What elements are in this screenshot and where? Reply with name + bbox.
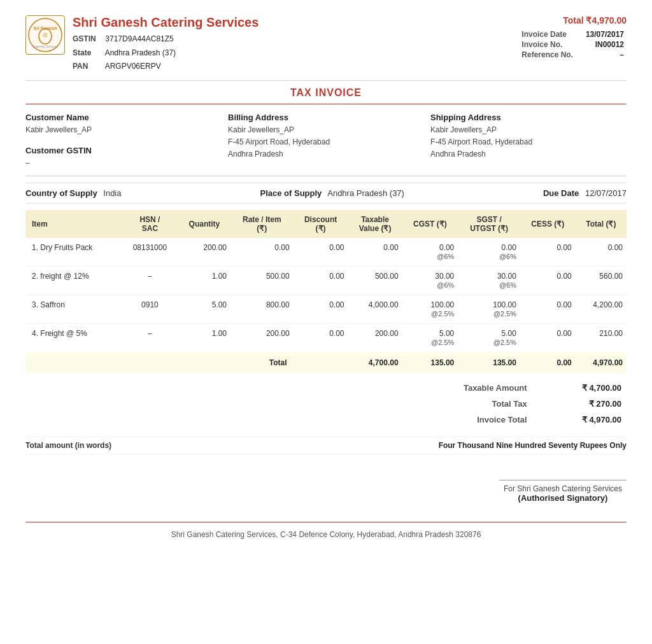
invoice-total-label: Invoice Total xyxy=(423,412,532,428)
customer-section: Customer Name Kabir Jewellers_AP Custome… xyxy=(25,113,627,169)
invoice-details-table: Invoice Date 13/07/2017 Invoice No. IN00… xyxy=(519,29,627,60)
item-qty: 1.00 xyxy=(178,267,230,295)
item-discount: 0.00 xyxy=(294,238,348,267)
item-taxable: 4,000.00 xyxy=(348,295,402,324)
col-sgst: SGST /UTGST (₹) xyxy=(458,210,520,238)
item-cgst: 30.00@6% xyxy=(402,267,458,295)
total-cess: 0.00 xyxy=(520,352,576,374)
country-of-supply: Country of Supply India xyxy=(25,188,122,198)
customer-name-label: Customer Name xyxy=(25,113,222,122)
invoice-date-label: Invoice Date xyxy=(519,29,576,39)
item-cess: 0.00 xyxy=(520,238,576,267)
item-sgst: 100.00@2.5% xyxy=(458,295,520,324)
item-qty: 1.00 xyxy=(178,324,230,353)
shipping-name: Kabir Jewellers_AP xyxy=(430,124,627,136)
item-discount: 0.00 xyxy=(294,295,348,324)
invoice-ref-value: – xyxy=(576,50,627,60)
svg-point-3 xyxy=(43,32,48,38)
words-label: Total amount (in words) xyxy=(25,441,111,450)
item-qty: 200.00 xyxy=(178,238,230,267)
item-total: 560.00 xyxy=(576,267,627,295)
svg-text:Catering Services: Catering Services xyxy=(32,45,58,48)
item-cess: 0.00 xyxy=(520,295,576,324)
total-taxable: 4,700.00 xyxy=(348,352,402,374)
due-date: Due Date 12/07/2017 xyxy=(543,188,627,198)
company-name: Shri Ganesh Catering Services xyxy=(73,15,259,30)
item-hsn: – xyxy=(122,324,178,353)
invoice-meta: Total ₹4,970.00 Invoice Date 13/07/2017 … xyxy=(519,15,627,60)
item-num-name: 1. Dry Fruits Pack xyxy=(25,238,122,267)
col-discount: Discount(₹) xyxy=(294,210,348,238)
item-num-name: 4. Freight @ 5% xyxy=(25,324,122,353)
item-num-name: 2. freight @ 12% xyxy=(25,267,122,295)
col-taxable: TaxableValue (₹) xyxy=(348,210,402,238)
total-tax-label: Total Tax xyxy=(423,396,532,412)
invoice-no-label: Invoice No. xyxy=(519,39,576,50)
sig-company: For Shri Ganesh Catering Services xyxy=(499,484,627,493)
pan-label: PAN xyxy=(73,60,103,74)
table-row: 2. freight @ 12% – 1.00 500.00 0.00 500.… xyxy=(25,267,627,295)
billing-label: Billing Address xyxy=(228,113,424,122)
invoice-no-value: IN00012 xyxy=(576,39,627,50)
state-value: Andhra Pradesh (37) xyxy=(105,48,176,57)
sig-title: (Authorised Signatory) xyxy=(499,493,627,503)
billing-line2: Andhra Pradesh xyxy=(228,148,424,160)
header: Sri Ganesh Catering Services Shri Ganesh… xyxy=(25,15,627,74)
gstin-label: GSTIN xyxy=(73,32,103,46)
item-discount: 0.00 xyxy=(294,267,348,295)
item-rate: 0.00 xyxy=(230,238,294,267)
table-row: 3. Saffron 0910 5.00 800.00 0.00 4,000.0… xyxy=(25,295,627,324)
summary-section: Taxable Amount ₹ 4,700.00 Total Tax ₹ 27… xyxy=(25,380,627,428)
item-rate: 200.00 xyxy=(230,324,294,353)
item-total: 4,200.00 xyxy=(576,295,627,324)
shipping-col: Shipping Address Kabir Jewellers_AP F-45… xyxy=(430,113,627,169)
table-row: 4. Freight @ 5% – 1.00 200.00 0.00 200.0… xyxy=(25,324,627,353)
customer-name-value: Kabir Jewellers_AP xyxy=(25,124,222,136)
invoice-title: TAX INVOICE xyxy=(25,87,627,99)
footer: Shri Ganesh Catering Services, C-34 Defe… xyxy=(25,522,627,543)
customer-col: Customer Name Kabir Jewellers_AP Custome… xyxy=(25,113,222,169)
place-value: Andhra Pradesh (37) xyxy=(327,188,404,198)
col-item: Item xyxy=(25,210,122,238)
logo-icon: Sri Ganesh Catering Services xyxy=(27,17,63,53)
billing-line1: F-45 Airport Road, Hyderabad xyxy=(228,136,424,148)
due-value: 12/07/2017 xyxy=(585,188,627,198)
item-rate: 500.00 xyxy=(230,267,294,295)
words-row: Total amount (in words) Four Thousand Ni… xyxy=(25,437,627,454)
country-label: Country of Supply xyxy=(25,188,97,198)
header-divider xyxy=(25,80,627,81)
total-amount: 4,970.00 xyxy=(576,352,627,374)
item-cess: 0.00 xyxy=(520,324,576,353)
invoice-date-value: 13/07/2017 xyxy=(576,29,627,39)
total-cgst: 135.00 xyxy=(402,352,458,374)
col-qty: Quantity xyxy=(178,210,230,238)
item-discount: 0.00 xyxy=(294,324,348,353)
taxable-amount-label: Taxable Amount xyxy=(423,380,532,396)
item-taxable: 0.00 xyxy=(348,238,402,267)
shipping-label: Shipping Address xyxy=(430,113,627,122)
shipping-line1: F-45 Airport Road, Hyderabad xyxy=(430,136,627,148)
company-info: Shri Ganesh Catering Services GSTIN 3717… xyxy=(73,15,259,74)
item-qty: 5.00 xyxy=(178,295,230,324)
taxable-amount-value: ₹ 4,700.00 xyxy=(532,380,627,396)
customer-divider xyxy=(25,176,627,176)
invoice-ref-label: Reference No. xyxy=(519,50,576,60)
supply-row: Country of Supply India Place of Supply … xyxy=(25,183,627,204)
item-total: 210.00 xyxy=(576,324,627,353)
col-total: Total (₹) xyxy=(576,210,627,238)
items-table: Item HSN /SAC Quantity Rate / Item(₹) Di… xyxy=(25,210,627,374)
totals-row: Total 4,700.00 135.00 135.00 0.00 4,970.… xyxy=(25,352,627,374)
col-cgst: CGST (₹) xyxy=(402,210,458,238)
signature-box: For Shri Ganesh Catering Services (Autho… xyxy=(499,480,627,503)
pan-value: ARGPV06ERPV xyxy=(105,62,161,71)
item-cgst: 0.00@6% xyxy=(402,238,458,267)
total-label: Total xyxy=(25,352,294,374)
item-rate: 800.00 xyxy=(230,295,294,324)
invoice-total-value: ₹ 4,970.00 xyxy=(532,412,627,428)
item-taxable: 200.00 xyxy=(348,324,402,353)
col-cess: CESS (₹) xyxy=(520,210,576,238)
item-sgst: 0.00@6% xyxy=(458,238,520,267)
item-total: 0.00 xyxy=(576,238,627,267)
col-rate: Rate / Item(₹) xyxy=(230,210,294,238)
summary-table: Taxable Amount ₹ 4,700.00 Total Tax ₹ 27… xyxy=(423,380,627,428)
